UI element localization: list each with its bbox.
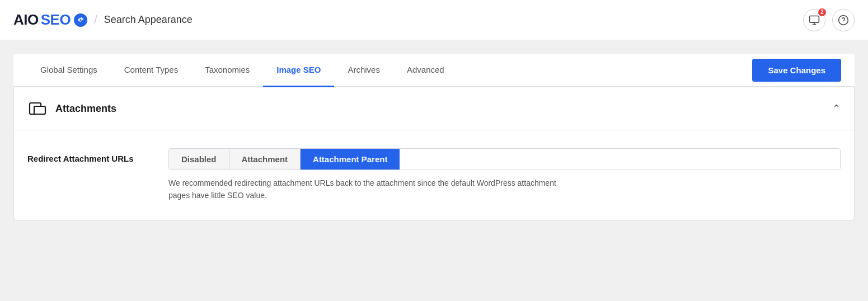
- tab-taxonomies[interactable]: Taxonomies: [191, 54, 263, 87]
- svg-rect-6: [34, 106, 45, 114]
- logo: AIOSEO: [13, 11, 87, 29]
- redirect-disabled-option[interactable]: Disabled: [169, 149, 229, 170]
- monitor-button[interactable]: 2: [803, 9, 825, 31]
- redirect-btn-group: Disabled Attachment Attachment Parent: [168, 148, 841, 170]
- redirect-attachment-parent-option[interactable]: Attachment Parent: [301, 149, 400, 170]
- svg-rect-0: [810, 16, 819, 22]
- main-content: Global Settings Content Types Taxonomies…: [0, 40, 868, 220]
- tab-image-seo[interactable]: Image SEO: [263, 54, 334, 87]
- tab-content-types[interactable]: Content Types: [111, 54, 191, 87]
- field-control: Disabled Attachment Attachment Parent We…: [168, 148, 841, 202]
- logo-aio-text: AIO: [13, 11, 39, 29]
- logo-seo-text: SEO: [41, 11, 71, 29]
- attachments-section-header: Attachments ⌃: [14, 87, 854, 130]
- header: AIOSEO / Search Appearance 2: [0, 0, 868, 40]
- header-actions: 2: [803, 9, 855, 31]
- tab-navigation: Global Settings Content Types Taxonomies…: [13, 54, 855, 87]
- section-body: Redirect Attachment URLs Disabled Attach…: [14, 130, 854, 220]
- redirect-attachment-field: Redirect Attachment URLs Disabled Attach…: [27, 148, 841, 202]
- header-title: Search Appearance: [104, 14, 193, 26]
- tab-list: Global Settings Content Types Taxonomies…: [27, 54, 752, 86]
- field-label: Redirect Attachment URLs: [27, 148, 151, 163]
- tab-archives[interactable]: Archives: [334, 54, 393, 87]
- tab-global-settings[interactable]: Global Settings: [27, 54, 111, 87]
- logo-gear-icon: [74, 13, 87, 27]
- attachments-icon: [27, 98, 48, 119]
- content-panel: Attachments ⌃ Redirect Attachment URLs D…: [13, 87, 855, 220]
- field-description: We recommended redirecting attachment UR…: [168, 177, 571, 202]
- collapse-icon[interactable]: ⌃: [832, 102, 841, 115]
- save-changes-button[interactable]: Save Changes: [752, 59, 841, 82]
- section-title: Attachments: [55, 103, 116, 115]
- header-divider: /: [94, 13, 97, 26]
- help-button[interactable]: [832, 9, 855, 31]
- tab-advanced[interactable]: Advanced: [393, 54, 458, 87]
- redirect-attachment-option[interactable]: Attachment: [229, 149, 301, 170]
- notification-badge: 2: [817, 7, 827, 17]
- section-header-left: Attachments: [27, 98, 116, 119]
